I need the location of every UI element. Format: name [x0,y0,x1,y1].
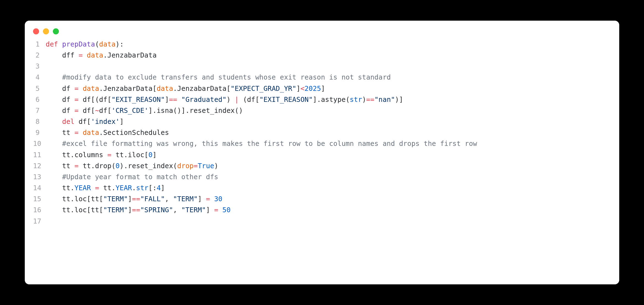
code-line: 5 df = data.JenzabarData[data.JenzabarDa… [33,83,611,94]
code-token: ) [214,162,218,170]
line-content: tt = data.SectionSchedules [46,127,611,138]
line-number: 7 [33,105,46,116]
code-token: ) [227,96,235,104]
code-token: 0 [148,151,152,159]
code-line: 15 tt.loc[tt["TERM"]=="FALL", "TERM"] = … [33,194,611,205]
code-token: == [169,96,177,104]
code-token: (df[ [239,96,260,104]
code-token: tt.columns [46,151,107,159]
line-content: #Update year format to match other dfs [46,171,611,183]
code-token: tt.iloc[ [111,151,148,159]
code-token [46,140,62,148]
line-number: 15 [33,194,46,205]
line-content: tt.loc[tt["TERM"]=="FALL", "TERM"] = 30 [46,194,611,205]
code-token: ] [128,206,132,214]
code-token: tt. [99,184,116,192]
line-content: #modify data to exclude transfers and st… [46,72,611,83]
zoom-icon[interactable] [53,28,59,34]
line-number: 4 [33,72,46,83]
code-token: df [46,96,75,104]
line-number: 9 [33,127,46,138]
line-number: 14 [33,183,46,194]
code-token: ] [165,96,169,104]
code-token: def [46,40,62,48]
close-icon[interactable] [33,28,39,34]
code-token: .JenzabarData[ [173,85,231,92]
code-token: df[ [75,118,91,126]
code-token: del [62,118,75,126]
code-token: tt [46,162,75,170]
line-content: tt.columns = tt.iloc[0] [46,149,611,160]
code-line: 12 tt = tt.drop(0).reset_index(drop=True… [33,160,611,171]
line-number: 11 [33,149,46,160]
code-token [83,51,87,59]
code-token: str [350,96,362,104]
code-token: ~ [95,107,99,115]
line-number: 10 [33,138,46,149]
code-line: 17 [33,216,611,227]
code-line: 16 tt.loc[tt["TERM"]=="SPRING", "TERM"] … [33,205,611,216]
code-token: data [157,85,173,92]
code-token: data [87,51,103,59]
line-content: df = df[~df['CRS_CDE'].isna()].reset_ind… [46,105,611,116]
code-window: 1def prepData(data):2 dff = data.Jenzaba… [25,21,619,284]
line-number: 2 [33,50,46,61]
code-token: "Graduated" [181,96,227,104]
code-token [46,173,62,181]
line-content: tt.YEAR = tt.YEAR.str[:4] [46,183,611,194]
code-token: ] [296,85,301,92]
code-token: ) [362,96,366,104]
code-editor[interactable]: 1def prepData(data):2 dff = data.Jenzaba… [25,37,619,235]
code-token: ] [161,184,165,192]
code-token: == [132,195,140,203]
code-token: = [75,129,79,137]
code-token [218,206,222,214]
code-token: 0 [116,162,120,170]
line-number: 6 [33,94,46,105]
code-line: 3 [33,61,611,72]
code-token: "EXIT_REASON" [111,96,165,104]
code-token: ] [206,206,214,214]
code-token [78,129,83,137]
code-token: "FALL" [140,195,165,203]
line-number: 1 [33,39,46,50]
code-token: | [235,96,239,104]
code-token: "nan" [374,96,395,104]
code-token [91,184,95,192]
code-line: 9 tt = data.SectionSchedules [33,127,611,138]
code-token: #Update year format to match other dfs [62,173,218,181]
code-token: = [95,184,99,192]
code-token: str [136,184,148,192]
code-line: 11 tt.columns = tt.iloc[0] [33,149,611,160]
code-token: == [366,96,375,104]
code-token: = [75,96,79,104]
code-token: "EXPECT_GRAD_YR" [231,85,296,92]
code-token: )] [395,96,403,104]
code-token: ] [152,151,157,159]
code-token [78,85,83,92]
code-token: ): [116,40,124,48]
line-content: #excel file formatting was wrong, this m… [46,138,611,149]
code-token: drop [177,162,194,170]
code-token: 50 [222,206,231,214]
code-token: "TERM" [103,195,128,203]
code-token: "TERM" [103,206,128,214]
code-token: = [75,162,79,170]
code-token: ].isna()].reset_index() [148,107,243,115]
code-token: tt [46,129,75,137]
code-token: tt.drop( [78,162,115,170]
code-token: = [75,107,79,115]
line-number: 8 [33,116,46,127]
code-token [210,195,214,203]
code-token: df[ [99,107,111,115]
code-token: ] [128,195,132,203]
line-content: df = data.JenzabarData[data.JenzabarData… [46,83,611,94]
code-token: 'CRS_CDE' [111,107,148,115]
code-token: 'index' [91,118,120,126]
line-content: df = df[(df["EXIT_REASON"]== "Graduated"… [46,94,611,105]
window-titlebar [25,21,619,37]
code-token: . [132,184,136,192]
code-token: True [198,162,214,170]
minimize-icon[interactable] [43,28,49,34]
code-token: "SPRING" [140,206,173,214]
